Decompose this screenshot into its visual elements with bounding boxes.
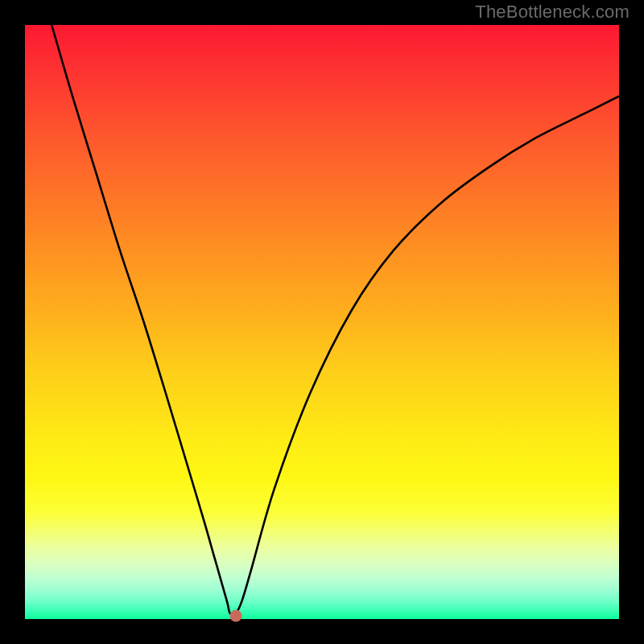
bottleneck-curve-svg [25,25,619,619]
watermark-text: TheBottleneck.com [475,2,630,23]
minimum-marker-dot [229,610,242,622]
chart-container: TheBottleneck.com [0,0,644,644]
bottleneck-curve-path [52,25,619,614]
plot-area [25,25,619,619]
